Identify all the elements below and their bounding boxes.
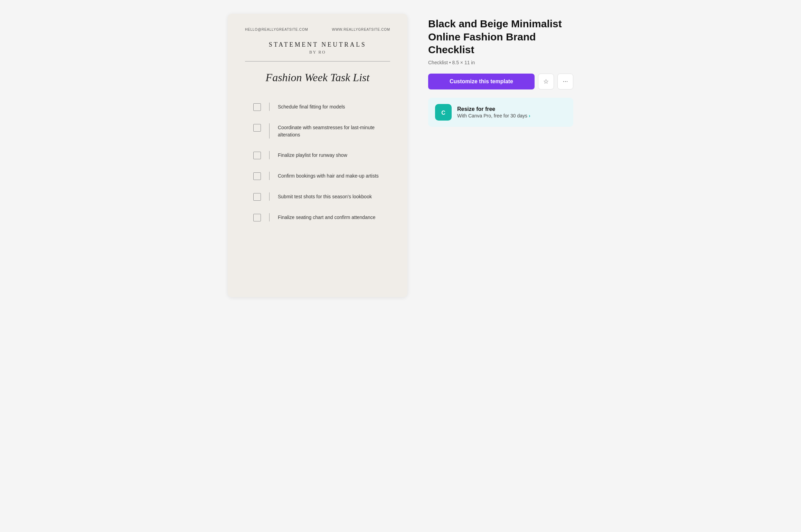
resize-arrow: › [529,113,530,118]
template-meta: Checklist • 8.5 × 11 in [428,60,573,65]
star-icon: ☆ [543,78,549,85]
checklist-row: Coordinate with seamstresses for last-mi… [245,117,390,145]
checklist-title: Fashion Week Task List [245,71,390,84]
actions-row: Customize this template ☆ ··· [428,74,573,89]
checkbox[interactable] [253,214,261,221]
resize-title: Resize for free [457,106,530,112]
checklist-row: Finalize playlist for runway show [245,145,390,165]
brand-name: STATEMENT NEUTRALS [245,41,390,48]
checklist-row: Finalize seating chart and confirm atten… [245,207,390,228]
vertical-divider [269,151,270,159]
checklist-item-text: Finalize playlist for runway show [278,151,347,159]
brand-sub: BY RO [245,50,390,55]
checkbox-area [245,172,269,180]
more-options-button[interactable]: ··· [557,74,573,89]
resize-sub: With Canva Pro, free for 30 days› [457,113,530,118]
canva-pro-icon: C [435,104,452,121]
checklist-row: Schedule final fitting for models [245,96,390,117]
checklist-row: Confirm bookings with hair and make-up a… [245,165,390,186]
checkbox[interactable] [253,172,261,180]
checklist-item-text: Finalize seating chart and confirm atten… [278,213,376,221]
checkbox-area [245,213,269,221]
ellipsis-icon: ··· [563,78,568,85]
checklist-item-text: Schedule final fitting for models [278,103,345,111]
checklist-item-text: Confirm bookings with hair and make-up a… [278,172,379,180]
resize-text: Resize for free With Canva Pro, free for… [457,106,530,118]
checklist-item-text: Coordinate with seamstresses for last-mi… [278,123,390,139]
card-website: WWW.REALLYGREATSITE.COM [332,28,390,31]
vertical-divider [269,213,270,221]
vertical-divider [269,172,270,180]
vertical-divider [269,103,270,111]
template-preview-card: HELLO@REALLYGREATSITE.COM WWW.REALLYGREA… [228,14,407,297]
checkbox-area [245,103,269,111]
svg-text:C: C [441,110,445,116]
info-panel: Black and Beige Minimalist Online Fashio… [428,14,573,127]
card-header: HELLO@REALLYGREATSITE.COM WWW.REALLYGREA… [245,28,390,31]
checkbox-area [245,192,269,201]
brand-divider [245,61,390,61]
checklist-row: Submit test shots for this season's look… [245,186,390,207]
brand-block: STATEMENT NEUTRALS BY RO [245,41,390,55]
checkbox[interactable] [253,124,261,132]
resize-banner[interactable]: C Resize for free With Canva Pro, free f… [428,98,573,127]
checkbox[interactable] [253,103,261,111]
checkbox-area [245,151,269,159]
checklist-items: Schedule final fitting for models Coordi… [245,96,390,228]
checkbox-area [245,123,269,132]
vertical-divider [269,192,270,201]
checklist-item-text: Submit test shots for this season's look… [278,192,372,200]
favorite-button[interactable]: ☆ [538,74,554,89]
card-email: HELLO@REALLYGREATSITE.COM [245,28,308,31]
vertical-divider [269,123,270,139]
checkbox[interactable] [253,193,261,201]
customize-button[interactable]: Customize this template [428,74,535,89]
template-title: Black and Beige Minimalist Online Fashio… [428,17,573,56]
checkbox[interactable] [253,152,261,159]
